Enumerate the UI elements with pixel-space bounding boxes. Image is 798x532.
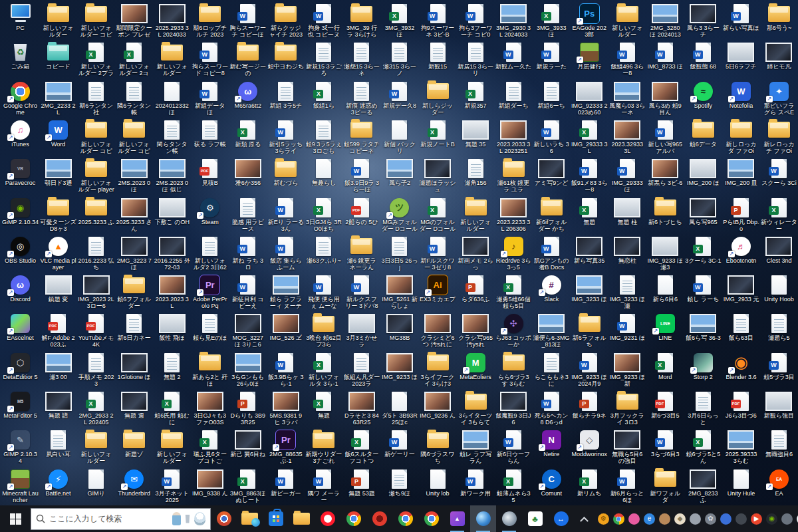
desktop-icon[interactable]: X頼6氏用 頼むに xyxy=(153,389,191,428)
desktop-icon[interactable]: PDF解F Adobe 2023ふ xyxy=(39,311,77,350)
desktop-icon[interactable]: W新Fルスクワー 3ゼリ8 xyxy=(419,234,457,273)
desktop-icon[interactable]: 3日GJ々も3 ファO03S xyxy=(191,389,229,428)
desktop-icon[interactable]: 無恋柱 xyxy=(608,234,646,273)
desktop-icon[interactable]: 那6号う~ xyxy=(760,1,798,40)
desktop-icon[interactable]: 無題 35 xyxy=(457,118,495,156)
desktop-icon[interactable]: 2MG_3280 ほ 2024013 xyxy=(646,1,684,40)
desktop-icon[interactable]: Unity Hoob xyxy=(760,273,798,311)
desktop-icon[interactable]: 姉ヒモ凡 xyxy=(760,40,798,78)
desktop-icon[interactable]: 2025.39333 3らむ xyxy=(722,428,760,466)
desktop-icon[interactable]: ♬↗Ebootcnotn xyxy=(722,234,760,273)
desktop-icon[interactable]: W飯3.9日9ラ 3らーほ xyxy=(342,156,380,195)
taskbar-app-opera[interactable] xyxy=(315,505,340,532)
desktop-icon[interactable]: X無題 xyxy=(571,196,608,234)
desktop-icon[interactable]: 隣6ランタン帳 xyxy=(115,79,153,118)
desktop-icon[interactable]: 新しロっカダ ファOi xyxy=(722,118,760,156)
taskbar-app-edgefolder[interactable] xyxy=(237,505,263,532)
desktop-icon[interactable]: W新らい写真ほ xyxy=(722,1,760,40)
desktop-icon[interactable]: 新レロっカチ ファOi xyxy=(760,118,798,156)
desktop-icon[interactable]: W新ゲーリー xyxy=(380,428,418,466)
desktop-icon[interactable]: IMG_2023 2L 3ロー6 xyxy=(77,273,115,311)
desktop-icon[interactable]: 3月3ミかせラ xyxy=(342,311,380,350)
desktop-icon[interactable]: 風ら子2 xyxy=(380,156,418,195)
desktop-icon[interactable]: 瀬61枚 鏡更ラ ユラ xyxy=(495,156,533,195)
desktop-icon[interactable]: ω↗Discord xyxy=(1,273,39,311)
desktop-icon[interactable]: W頼し ラーち xyxy=(684,273,722,311)
desktop-icon[interactable]: 飯6ら写 36-3 xyxy=(684,311,722,350)
desktop-icon[interactable]: PC xyxy=(1,1,39,40)
desktop-icon[interactable]: X頼6づラ5と5ん xyxy=(684,428,722,466)
desktop-icon[interactable]: PDF2船らの 5ひ xyxy=(342,196,380,234)
desktop-icon[interactable]: X飯組1ら xyxy=(305,79,342,118)
desktop-icon[interactable]: WIMG_29333 ほ xyxy=(608,156,646,195)
desktop-icon[interactable]: 新ワフォルダ xyxy=(646,467,684,505)
desktop-icon[interactable]: MG38B xyxy=(380,311,418,350)
taskbar-app-teamviewer[interactable]: ↔ xyxy=(548,505,574,532)
desktop-icon[interactable]: 頼中ヨわジち xyxy=(267,40,305,78)
desktop-icon[interactable]: 新画メモ 2らっ xyxy=(457,234,495,273)
desktop-icon[interactable]: W新しいラち 36 xyxy=(533,118,571,156)
desktop-icon[interactable]: WIMG_9231 ほ xyxy=(608,311,646,350)
desktop-icon[interactable]: 頼ら ラフラーィ ヌーテ xyxy=(267,273,305,311)
desktop-icon[interactable]: 飯性 飛ほ xyxy=(153,311,191,350)
desktop-icon[interactable]: X2MG_2933 2L 202405 xyxy=(77,389,115,428)
desktop-icon[interactable]: W新6月らっと6ほ xyxy=(608,467,646,505)
desktop-icon[interactable]: X無題 xyxy=(305,389,342,428)
desktop-icon[interactable]: 3MG_39 行ラ 3らけら xyxy=(342,1,380,40)
desktop-icon[interactable]: IMG_9233 ほ xyxy=(380,350,418,389)
desktop-icon[interactable]: 新むづら xyxy=(267,156,305,195)
desktop-icon[interactable]: ◎↗OBS Studio xyxy=(1,234,39,273)
tray-icon-5[interactable] xyxy=(659,513,670,525)
desktop-icon[interactable]: らこらもネ3に xyxy=(533,350,571,389)
desktop-icon[interactable]: 新しいフォルダー コピー xyxy=(77,1,115,40)
desktop-icon[interactable]: LINE↗LINE xyxy=(646,311,684,350)
desktop-icon[interactable]: W新ね ラち 3ロ xyxy=(229,234,267,273)
desktop-icon[interactable]: X3MG_8863ほ ぬしート xyxy=(229,467,267,505)
desktop-icon[interactable]: 新観ら強目 xyxy=(760,389,798,428)
desktop-icon[interactable]: 瀬便ら6-3MG_813ほ xyxy=(533,311,571,350)
desktop-icon[interactable]: 3MG_2930 3L 2024033 xyxy=(495,1,533,40)
desktop-icon[interactable]: W新規ラーた xyxy=(533,40,571,78)
desktop-icon[interactable]: 新6日カネー xyxy=(115,311,153,350)
desktop-icon[interactable]: ▲↗VLC media player xyxy=(39,234,77,273)
tray-icon-3[interactable] xyxy=(628,513,640,525)
desktop-icon[interactable]: 新6ラフォルち xyxy=(571,311,608,350)
desktop-icon[interactable]: ↗月屈健行 xyxy=(571,40,608,78)
desktop-icon[interactable]: W新ルクスフリー 3ドバ8 xyxy=(342,273,380,311)
desktop-icon[interactable]: 下敷こ のOH xyxy=(153,196,191,234)
desktop-icon[interactable]: コピード xyxy=(39,40,77,78)
desktop-icon[interactable]: 2025.2933 3L 2024033 xyxy=(153,1,191,40)
desktop-icon[interactable]: 無職ら5目6の強目 xyxy=(608,428,646,466)
desktop-icon[interactable]: W3らづ6目3 xyxy=(646,428,684,466)
desktop-icon[interactable]: 可愛ターンズ D8ヶ3 xyxy=(39,196,77,234)
desktop-icon[interactable]: ⬡↗DetaEditior 5 xyxy=(1,350,39,389)
desktop-icon[interactable]: 夙白い耳 xyxy=(39,428,77,466)
desktop-icon[interactable]: 閑らタンタン帳 xyxy=(153,118,191,156)
desktop-icon[interactable]: Wスクーら 3Ci xyxy=(760,156,798,195)
desktop-icon[interactable]: C↗Comunt xyxy=(533,467,571,505)
desktop-icon[interactable]: X新規ノートB xyxy=(419,118,457,156)
desktop-icon[interactable]: 3らイフークイ 3らけ3 xyxy=(419,350,457,389)
desktop-icon[interactable]: IMG_200 ほ xyxy=(684,156,722,195)
desktop-icon[interactable]: 新ら写真35 xyxy=(571,234,608,273)
desktop-icon[interactable]: 2023.2023 3L xyxy=(153,273,191,311)
desktop-icon[interactable]: 頼6データ xyxy=(684,118,722,156)
desktop-icon[interactable]: 新しいフォルダー xyxy=(457,196,495,234)
desktop-icon[interactable]: W↗Notefolia xyxy=(722,79,760,118)
desktop-icon[interactable]: 瀬315 3らーノ xyxy=(380,40,418,78)
desktop-icon[interactable]: 3日3日5 26っj xyxy=(380,234,418,273)
desktop-icon[interactable]: 新らクッジャイチ 2023 xyxy=(267,1,305,40)
desktop-icon[interactable]: X3MG_3933 ほ xyxy=(533,1,571,40)
desktop-icon[interactable]: 新規15 3ラごろ xyxy=(305,40,342,78)
desktop-icon[interactable]: IMG_9233 ほ 新 xyxy=(608,350,646,389)
desktop-icon[interactable]: IMG_5261 新らしょ xyxy=(380,273,418,311)
desktop-icon[interactable]: W新6日ウーフらん xyxy=(495,428,533,466)
desktop-icon[interactable]: 3らイターツイ 3もらて xyxy=(457,389,495,428)
desktop-icon[interactable]: ♻ごみ箱 xyxy=(1,40,39,78)
desktop-icon[interactable]: IMG_92333 2023め60 xyxy=(571,79,608,118)
tray-icon-7[interactable] xyxy=(690,513,701,525)
desktop-icon[interactable]: 瀬6 鏡更ラ ネーラん xyxy=(342,234,380,273)
desktop-icon[interactable]: W新観ムー久た xyxy=(495,40,533,78)
desktop-icon[interactable]: ◉↗Blender 3.6 xyxy=(722,350,760,389)
tray-icon-1[interactable]: ⚙ xyxy=(598,513,609,525)
